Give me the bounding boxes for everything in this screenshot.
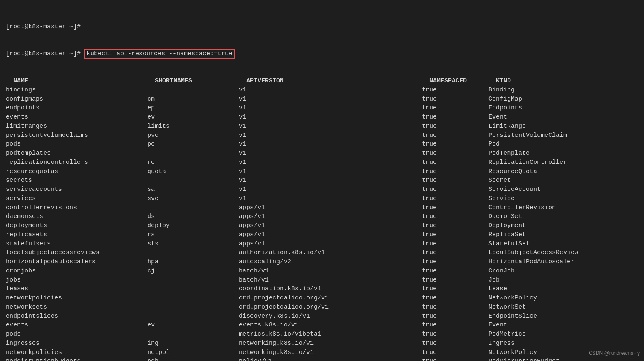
cell-api: v1: [239, 104, 422, 113]
cell-api: v1: [239, 131, 422, 140]
cell-ns: true: [422, 86, 488, 95]
cell-ns: true: [422, 248, 488, 257]
cell-short: ing: [147, 339, 239, 348]
cell-api: policy/v1: [239, 357, 422, 361]
cell-ns: true: [422, 339, 488, 348]
cell-name: daemonsets: [6, 212, 147, 221]
cell-short: ep: [147, 104, 239, 113]
cell-name: networkpolicies: [6, 348, 147, 357]
cell-api: coordination.k8s.io/v1: [239, 284, 422, 294]
cell-short: netpol: [147, 348, 239, 357]
cell-ns: true: [422, 149, 488, 158]
table-body: bindingsv1trueBindingconfigmapscmv1trueC…: [6, 86, 638, 361]
cell-kind: Endpoints: [488, 104, 522, 113]
cell-name: controllerrevisions: [6, 203, 147, 213]
cell-short: ev: [147, 321, 239, 330]
cell-kind: Event: [488, 113, 507, 122]
cell-api: v1: [239, 158, 422, 167]
cell-ns: true: [422, 158, 488, 167]
terminal: [root@k8s-master ~]# [root@k8s-master ~]…: [6, 4, 638, 67]
table-row: podsmetrics.k8s.io/v1beta1truePodMetrics: [6, 330, 638, 339]
cell-api: v1: [239, 95, 422, 104]
cell-name: endpointslices: [6, 312, 147, 321]
cell-api: crd.projectcalico.org/v1: [239, 303, 422, 312]
table-row: configmapscmv1trueConfigMap: [6, 95, 638, 104]
prompt-2: [root@k8s-master ~]#: [6, 50, 84, 57]
cell-ns: true: [422, 140, 488, 149]
cell-kind: Service: [488, 194, 515, 203]
cell-ns: true: [422, 122, 488, 131]
cell-name: jobs: [6, 276, 147, 285]
table-row: cronjobscjbatch/v1trueCronJob: [6, 267, 638, 276]
cell-kind: PersistentVolumeClaim: [488, 131, 567, 140]
table-header: NAMESHORTNAMESAPIVERSIONNAMESPACEDKIND: [6, 67, 638, 86]
cell-name: networksets: [6, 303, 147, 312]
command-text: kubectl api-resources --namespaced=true: [87, 50, 233, 57]
cell-ns: true: [422, 104, 488, 113]
cell-name: leases: [6, 284, 147, 294]
cell-api: v1: [239, 86, 422, 95]
cell-kind: PodDisruptionBudget: [488, 357, 560, 361]
cell-kind: LocalSubjectAccessReview: [488, 248, 578, 257]
table-row: servicessvcv1trueService: [6, 194, 638, 203]
cell-api: crd.projectcalico.org/v1: [239, 294, 422, 303]
cell-ns: true: [422, 294, 488, 303]
cell-api: v1: [239, 176, 422, 185]
cell-api: batch/v1: [239, 267, 422, 276]
table-row: secretsv1trueSecret: [6, 176, 638, 185]
cell-ns: true: [422, 312, 488, 321]
cell-api: authorization.k8s.io/v1: [239, 248, 422, 257]
table-row: eventsevv1trueEvent: [6, 113, 638, 122]
cell-short: ds: [147, 212, 239, 221]
table-row: eventsevevents.k8s.io/v1trueEvent: [6, 321, 638, 330]
cell-ns: true: [422, 185, 488, 194]
cell-name: networkpolicies: [6, 294, 147, 303]
table-row: endpointsepv1trueEndpoints: [6, 104, 638, 113]
table-row: podspov1truePod: [6, 140, 638, 149]
watermark: CSDN @rundreamsFly: [589, 350, 640, 357]
cell-short: rc: [147, 158, 239, 167]
cell-kind: EndpointSlice: [488, 312, 537, 321]
col-header-apiversion: APIVERSION: [246, 77, 429, 86]
cell-kind: ReplicationController: [488, 158, 567, 167]
cell-kind: ConfigMap: [488, 95, 522, 104]
cell-short: pdb: [147, 357, 239, 361]
cell-name: endpoints: [6, 104, 147, 113]
cell-api: batch/v1: [239, 276, 422, 285]
cell-name: deployments: [6, 221, 147, 230]
col-header-shortnames: SHORTNAMES: [155, 77, 246, 86]
cell-ns: true: [422, 357, 488, 361]
cell-kind: ControllerRevision: [488, 203, 556, 213]
table-row: networkpoliciescrd.projectcalico.org/v1t…: [6, 294, 638, 303]
cell-name: secrets: [6, 176, 147, 185]
cell-name: resourcequotas: [6, 167, 147, 176]
cell-kind: NetworkPolicy: [488, 348, 537, 357]
table-row: networkpoliciesnetpolnetworking.k8s.io/v…: [6, 348, 638, 357]
table-row: replicationcontrollersrcv1trueReplicatio…: [6, 158, 638, 167]
cell-short: pvc: [147, 131, 239, 140]
cell-short: po: [147, 140, 239, 149]
table-row: localsubjectaccessreviewsauthorization.k…: [6, 248, 638, 257]
cell-kind: ResourceQuota: [488, 167, 537, 176]
cell-api: apps/v1: [239, 212, 422, 221]
cell-ns: true: [422, 348, 488, 357]
cell-kind: Event: [488, 321, 507, 330]
cell-ns: true: [422, 240, 488, 249]
cell-short: rs: [147, 230, 239, 240]
cell-api: networking.k8s.io/v1: [239, 339, 422, 348]
cell-kind: Ingress: [488, 339, 515, 348]
table-row: persistentvolumeclaimspvcv1truePersisten…: [6, 131, 638, 140]
cell-ns: true: [422, 321, 488, 330]
table-row: statefulsetsstsapps/v1trueStatefulSet: [6, 240, 638, 249]
col-header-name: NAME: [13, 77, 155, 86]
cell-name: serviceaccounts: [6, 185, 147, 194]
table-row: daemonsetsdsapps/v1trueDaemonSet: [6, 212, 638, 221]
col-header-kind: KIND: [496, 77, 511, 86]
cell-ns: true: [422, 267, 488, 276]
cell-short: deploy: [147, 221, 239, 230]
cell-ns: true: [422, 284, 488, 294]
cell-name: events: [6, 113, 147, 122]
cell-kind: DaemonSet: [488, 212, 522, 221]
cell-ns: true: [422, 131, 488, 140]
cell-kind: Job: [488, 276, 500, 285]
